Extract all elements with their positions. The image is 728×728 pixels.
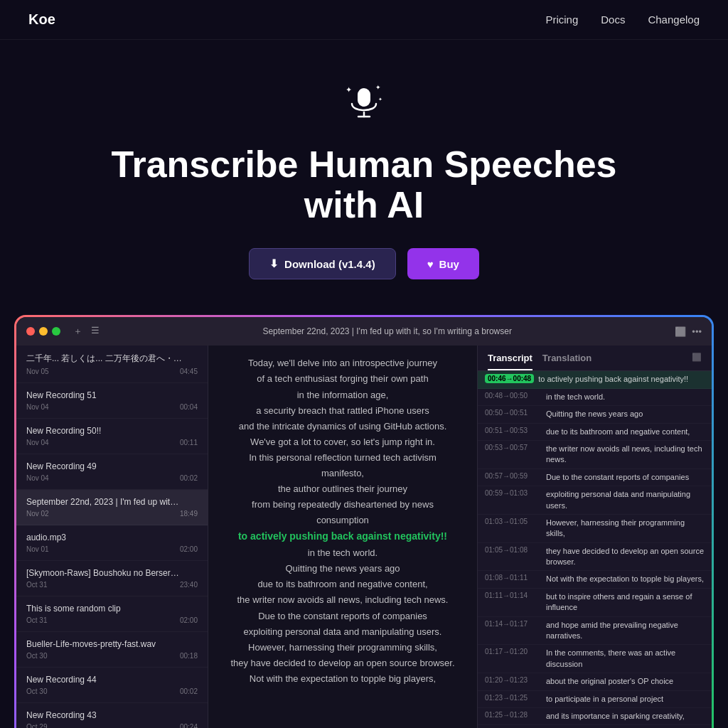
timestamp-plain: 00:53→00:57 — [485, 444, 542, 451]
nav-docs[interactable]: Docs — [601, 14, 625, 26]
transcript-row[interactable]: 01:25→01:28 and its importance in sparki… — [478, 708, 712, 725]
sidebar-item[interactable]: New Recording 51 Nov 04 00:04 — [16, 383, 208, 419]
download-button[interactable]: ⬇ Download (v1.4.4) — [249, 248, 396, 279]
transcript-line: they have decided to develop an open sou… — [230, 655, 456, 671]
expand-icon[interactable]: ⬜ — [675, 326, 686, 337]
sidebar-item-title: New Recording 43 — [26, 710, 183, 720]
svg-text:✦: ✦ — [378, 97, 382, 102]
row-text: to participate in a personal project — [546, 694, 663, 705]
sidebar-item-date: Nov 04 — [26, 403, 49, 411]
row-text: but to inspire others and regain a sense… — [546, 592, 705, 614]
sidebar-item-duration: 00:11 — [180, 439, 198, 446]
close-button[interactable] — [26, 327, 35, 336]
titlebar-right: ⬜ ••• — [675, 326, 702, 337]
transcript-line: the author outlines their journey — [230, 481, 456, 497]
sidebar-item-date: Oct 29 — [26, 723, 47, 728]
sidebar-item-title: New Recording 51 — [26, 390, 183, 400]
sidebar-item-duration: 23:40 — [180, 581, 198, 589]
sidebar-item-date: Nov 04 — [26, 439, 49, 446]
transcript-line: exploiting personal data and manipulatin… — [230, 624, 456, 640]
nav-links: Pricing Docs Changelog — [545, 14, 700, 26]
minimize-button[interactable] — [39, 327, 48, 336]
sidebar-item[interactable]: [Skymoon-Raws] Boushoku no Berserk - 04 … — [16, 561, 208, 596]
timestamp-plain: 01:17→01:20 — [485, 648, 542, 655]
timestamp-plain: 01:23→01:25 — [485, 694, 542, 702]
transcript-row[interactable]: 01:20→01:23 about the original poster's … — [478, 673, 712, 690]
transcript-line: Due to the constant reports of companies — [230, 609, 456, 624]
timestamp-plain: 01:25→01:28 — [485, 711, 542, 719]
sidebar-item[interactable]: New Recording 43 Oct 29 00:24 — [16, 703, 208, 728]
row-text: and hope amid the prevailing negative na… — [546, 620, 705, 642]
sidebar-item[interactable]: September 22nd, 2023 | I'm fed up with i… — [16, 490, 208, 525]
app-window: ＋ ☰ September 22nd, 2023 | I'm fed up wi… — [16, 317, 712, 728]
row-text: and its importance in sparking creativit… — [546, 711, 685, 722]
sidebar-item[interactable]: audio.mp3 Nov 01 02:00 — [16, 525, 208, 561]
timestamp-plain: 01:05→01:08 — [485, 546, 542, 554]
transcript-row[interactable]: 01:11→01:14 but to inspire others and re… — [478, 589, 712, 617]
transcript-line: of a tech enthusiast forging their own p… — [230, 371, 456, 387]
hero-title: Transcribe Human Speeches with AI — [73, 144, 655, 225]
logo: Koe — [28, 11, 55, 28]
sidebar-item-title: audio.mp3 — [26, 532, 183, 542]
sidebar-item-title: This is some random clip — [26, 604, 183, 614]
timestamp-plain: 01:03→01:05 — [485, 518, 542, 525]
sidebar-item[interactable]: This is some random clip Oct 31 02:00 — [16, 596, 208, 632]
transcript-row[interactable]: 01:05→01:08 they have decided to develop… — [478, 543, 712, 572]
row-text: However, harnessing their programming sk… — [546, 518, 705, 540]
tab-translation[interactable]: Translation — [542, 353, 592, 370]
row-text: Quitting the news years ago — [546, 409, 643, 419]
buy-button[interactable]: ♥ Buy — [407, 248, 479, 279]
transcript-row[interactable]: 00:59→01:03 exploiting personal data and… — [478, 486, 712, 515]
app-body: 二千年... 若しくは... 二万年後の君へ・・・.mp4 Nov 05 04:… — [16, 346, 712, 728]
transcript-line: the writer now avoids all news, includin… — [230, 592, 456, 608]
transcript-line: Not with the expectation to topple big p… — [230, 671, 456, 687]
timestamp-plain: 01:08→01:11 — [485, 574, 542, 582]
transcript-row[interactable]: 00:51→00:53 due to its bathroom and nega… — [478, 424, 712, 441]
sidebar-item[interactable]: Bueller-Life-moves-pretty-fast.wav Oct 3… — [16, 632, 208, 668]
transcript-row[interactable]: 01:03→01:05 However, harnessing their pr… — [478, 515, 712, 543]
tab-transcript[interactable]: Transcript — [488, 353, 532, 370]
transcript-row[interactable]: 00:50→00:51 Quitting the news years ago — [478, 406, 712, 423]
transcript-line: We've got a lot to cover, so let's jump … — [230, 434, 456, 450]
sidebar-item-date: Oct 30 — [26, 652, 47, 660]
transcript-row[interactable]: 01:17→01:20 In the comments, there was a… — [478, 645, 712, 673]
transcript-line: and the intricate dynamics of using GitH… — [230, 419, 456, 434]
nav-changelog[interactable]: Changelog — [648, 14, 700, 26]
transcript-row[interactable]: 01:28→01:30 learning and achieving satis… — [478, 725, 712, 728]
sidebar-item-duration: 00:02 — [180, 474, 198, 482]
sidebar-item-title: Bueller-Life-moves-pretty-fast.wav — [26, 639, 183, 649]
more-icon[interactable]: ••• — [692, 326, 702, 337]
svg-rect-3 — [358, 88, 370, 107]
sidebar-item-duration: 00:04 — [180, 403, 198, 411]
row-text: exploiting personal data and manipulatin… — [546, 489, 705, 511]
transcript-line: Quitting the news years ago — [230, 561, 456, 577]
sidebar-item-date: Nov 04 — [26, 474, 49, 482]
transcript-row[interactable]: 01:14→01:17 and hope amid the prevailing… — [478, 617, 712, 646]
sidebar-item[interactable]: New Recording 50!! Nov 04 00:11 — [16, 419, 208, 454]
hero-section: ✦ ✦ ✦ Transcribe Human Speeches with AI … — [0, 40, 728, 308]
sidebar-item[interactable]: New Recording 49 Nov 04 00:02 — [16, 454, 208, 490]
sidebar-item-date: Nov 05 — [26, 368, 49, 375]
sidebar-item-title: [Skymoon-Raws] Boushoku no Berserk - 04 … — [26, 568, 183, 578]
transcript-row[interactable]: 00:53→00:57 the writer now avoids all ne… — [478, 441, 712, 469]
list-icon[interactable]: ☰ — [91, 325, 100, 338]
main-transcript: Today, we'll delve into an introspective… — [208, 346, 477, 728]
transcript-row[interactable]: 01:23→01:25 to participate in a personal… — [478, 691, 712, 708]
transcript-row[interactable]: 00:48→00:50 in the tech world. — [478, 389, 712, 406]
transcript-line: in the tech world. — [230, 545, 456, 561]
sidebar-item-date: Nov 01 — [26, 545, 49, 553]
panel-icon: ⬜ — [692, 353, 702, 370]
transcript-row[interactable]: 01:08→01:11 Not with the expectation to … — [478, 571, 712, 588]
plus-icon[interactable]: ＋ — [73, 325, 82, 338]
maximize-button[interactable] — [52, 327, 60, 336]
transcript-row[interactable]: 00:46→00:48 to actively pushing back aga… — [478, 371, 712, 388]
row-text: Not with the expectation to topple big p… — [546, 574, 704, 584]
nav-pricing[interactable]: Pricing — [545, 14, 578, 26]
timestamp-plain: 00:51→00:53 — [485, 427, 542, 434]
transcript-row[interactable]: 00:57→00:59 Due to the constant reports … — [478, 469, 712, 486]
sidebar-item[interactable]: 二千年... 若しくは... 二万年後の君へ・・・.mp4 Nov 05 04:… — [16, 346, 208, 383]
row-text: they have decided to develop an open sou… — [546, 546, 705, 568]
sidebar-item-duration: 00:02 — [180, 687, 198, 695]
titlebar-icons: ＋ ☰ — [73, 325, 100, 338]
sidebar-item[interactable]: New Recording 44 Oct 30 00:02 — [16, 668, 208, 703]
